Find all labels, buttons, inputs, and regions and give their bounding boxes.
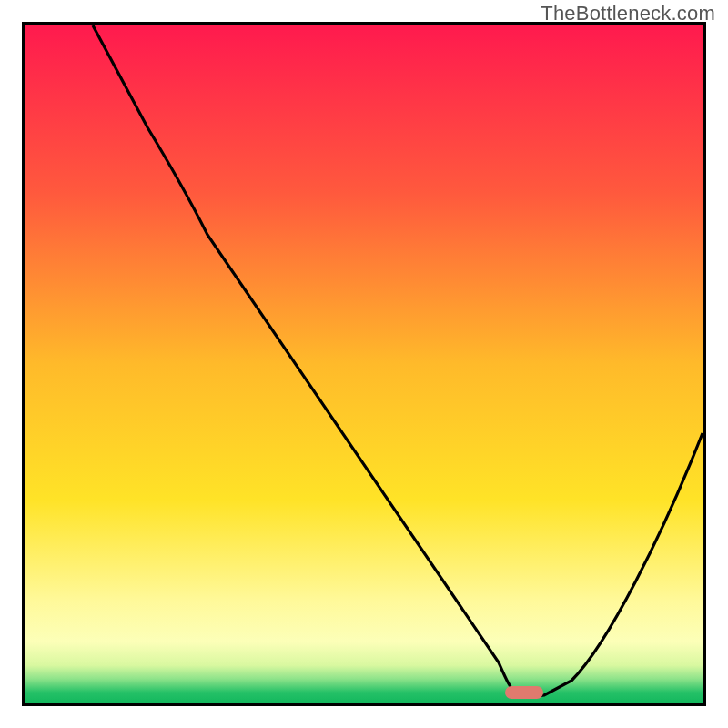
chart-container: TheBottleneck.com xyxy=(0,0,728,728)
optimal-marker xyxy=(505,686,543,699)
plot-area xyxy=(22,22,706,706)
watermark-text: TheBottleneck.com xyxy=(541,2,715,25)
bottleneck-curve xyxy=(25,25,703,703)
